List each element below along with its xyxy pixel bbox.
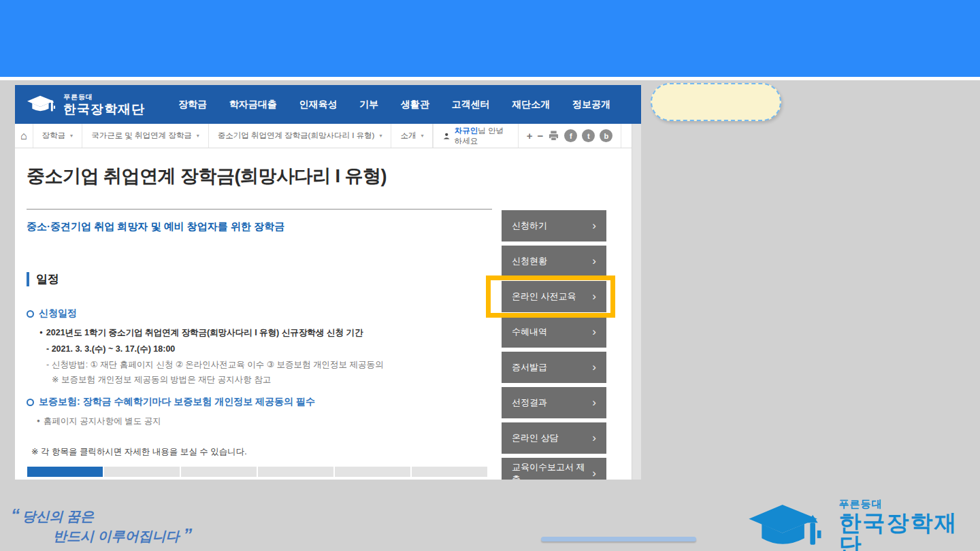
- chevron-right-icon: ›: [592, 254, 596, 268]
- nav-student-loan[interactable]: 학자금대출: [229, 99, 277, 111]
- insurance-heading: 보증보험: 장학금 수혜학기마다 보증보험 개인정보 제공동의 필수: [27, 396, 315, 408]
- blog-icon[interactable]: b: [600, 129, 612, 142]
- chevron-right-icon: ›: [592, 467, 596, 480]
- circle-bullet-icon: [27, 399, 34, 406]
- sidebar-item-label: 교육이수보고서 제출: [512, 461, 592, 480]
- tab[interactable]: [181, 467, 257, 477]
- title-divider: [27, 209, 492, 210]
- chevron-down-icon: ▾: [70, 133, 73, 139]
- nav-customer-center[interactable]: 고객센터: [452, 99, 490, 111]
- open-quote-icon: “: [11, 505, 18, 525]
- page-tools: + − f t b: [519, 124, 622, 148]
- chevron-right-icon: ›: [592, 396, 596, 410]
- breadcrumb-scholarship[interactable]: 장학금 ▾: [33, 124, 83, 148]
- close-quote-icon: ”: [183, 524, 191, 545]
- apply-line-period: ●2021년도 1학기 중소기업 취업연계 장학금(희망사다리 I 유형) 신규…: [39, 327, 363, 339]
- slogan-line1: 당신의 꿈은: [22, 509, 95, 524]
- sidebar-item-certificate[interactable]: 증서발급 ›: [502, 352, 606, 383]
- insurance-heading-label: 보증보험: 장학금 수혜학기마다 보증보험 개인정보 제공동의 필수: [39, 396, 315, 408]
- tab[interactable]: [412, 467, 487, 477]
- insurance-line-text: 홈페이지 공지사항에 별도 공지: [44, 416, 161, 426]
- bullet-icon: ●: [39, 329, 43, 335]
- logo-subtitle: 푸른등대: [838, 499, 980, 509]
- sidebar-item-benefit-history[interactable]: 수혜내역 ›: [502, 316, 606, 348]
- nav-disclosure[interactable]: 정보공개: [572, 99, 610, 111]
- sidebar-item-online-counsel[interactable]: 온라인 상담 ›: [502, 422, 606, 454]
- logo-title: 한국장학재단: [63, 103, 145, 116]
- facebook-icon[interactable]: f: [564, 129, 577, 142]
- global-nav: 장학금 학자금대출 인재육성 기부 생활관 고객센터 재단소개 정보공개: [178, 85, 610, 124]
- breadcrumb-label: 국가근로 및 취업연계 장학금: [91, 131, 192, 141]
- chevron-right-icon: ›: [592, 431, 596, 445]
- site-header: 푸른등대 한국장학재단 장학금 학자금대출 인재육성 기부 생활관 고객센터 재…: [15, 85, 641, 124]
- tab[interactable]: [335, 467, 410, 477]
- sidebar-item-label: 온라인 상담: [512, 432, 559, 444]
- breadcrumb-label: 소개: [400, 131, 416, 141]
- apply-schedule-label: 신청일정: [39, 307, 77, 320]
- chevron-right-icon: ›: [592, 219, 596, 233]
- graduation-cap-icon: [27, 93, 57, 116]
- user-name[interactable]: 차규인: [455, 127, 478, 135]
- page-title: 중소기업 취업연계 장학금(희망사다리 I 유형): [27, 164, 387, 188]
- scrollbar[interactable]: [632, 124, 641, 480]
- breadcrumb-label: 중소기업 취업연계 장학금(희망사다리 I 유형): [218, 131, 375, 141]
- apply-line-note: ※ 보증보험 개인정보 제공동의 방법은 재단 공지사항 참고: [52, 374, 271, 386]
- section-tabs: [27, 467, 487, 477]
- sidebar-item-label: 신청하기: [512, 220, 547, 232]
- sidebar-item-label: 수혜내역: [512, 326, 547, 338]
- tab[interactable]: [104, 467, 180, 477]
- slogan: “ 당신의 꿈은 반드시 이루어집니다 ”: [11, 506, 191, 546]
- apply-schedule-heading: 신청일정: [27, 307, 77, 320]
- nav-donation[interactable]: 기부: [359, 99, 378, 111]
- tab[interactable]: [258, 467, 333, 477]
- apply-line-period-text: 2021년도 1학기 중소기업 취업연계 장학금(희망사다리 I 유형) 신규장…: [46, 328, 363, 337]
- sidebar-item-apply-status[interactable]: 신청현황 ›: [502, 246, 606, 277]
- twitter-icon[interactable]: t: [582, 129, 595, 142]
- footer-kosaf-logo: 푸른등대 한국장학재단: [745, 499, 980, 551]
- nav-dormitory[interactable]: 생활관: [401, 99, 429, 111]
- apply-line-method: - 신청방법: ① 재단 홈페이지 신청 ② 온라인사전교육 이수 ③ 보증보험…: [46, 359, 383, 371]
- print-icon[interactable]: [548, 131, 559, 141]
- breadcrumb: ⌂ 장학금 ▾ 국가근로 및 취업연계 장학금 ▾ 중소기업 취업연계 장학금(…: [15, 124, 641, 148]
- zoom-in-icon[interactable]: +: [527, 130, 533, 141]
- chevron-down-icon: ▾: [421, 133, 423, 139]
- user-icon: [443, 131, 450, 141]
- top-blue-band: [0, 0, 980, 80]
- annotation-pill: [651, 83, 781, 121]
- logo-subtitle: 푸른등대: [63, 94, 145, 101]
- sidebar-item-label: 증서발급: [512, 361, 547, 373]
- nav-talent[interactable]: 인재육성: [299, 99, 337, 111]
- home-icon[interactable]: ⌂: [15, 124, 33, 148]
- decorative-underline-bar: [541, 537, 696, 541]
- tab-active[interactable]: [27, 467, 103, 477]
- sidebar-item-education-report[interactable]: 교육이수보고서 제출 ›: [502, 458, 606, 480]
- zoom-out-icon[interactable]: −: [538, 130, 544, 141]
- highlight-annotation-box: [486, 276, 615, 318]
- insurance-line: ●홈페이지 공지사항에 별도 공지: [37, 416, 161, 427]
- sidebar-item-selection-result[interactable]: 선정결과 ›: [502, 387, 606, 418]
- sidebar-item-label: 신청현황: [512, 255, 547, 267]
- slogan-line2: 반드시 이루어집니다: [53, 529, 180, 544]
- kosaf-logo[interactable]: 푸른등대 한국장학재단: [27, 93, 145, 116]
- chevron-right-icon: ›: [592, 325, 596, 339]
- sidebar-item-apply[interactable]: 신청하기 ›: [502, 210, 606, 241]
- nav-about[interactable]: 재단소개: [512, 99, 550, 111]
- nav-scholarship[interactable]: 장학금: [178, 99, 207, 111]
- chevron-down-icon: ▾: [197, 133, 199, 139]
- breadcrumb-program[interactable]: 중소기업 취업연계 장학금(희망사다리 I 유형) ▾: [209, 124, 392, 148]
- chevron-down-icon: ▾: [379, 133, 382, 139]
- breadcrumb-category[interactable]: 국가근로 및 취업연계 장학금 ▾: [82, 124, 209, 148]
- apply-line-dates: - 2021. 3. 3.(수) ~ 3. 17.(수) 18:00: [46, 344, 175, 355]
- click-note: ※ 각 항목을 클릭하시면 자세한 내용을 보실 수 있습니다.: [31, 446, 247, 458]
- chevron-right-icon: ›: [592, 361, 596, 374]
- breadcrumb-label: 장학금: [42, 131, 66, 141]
- user-greeting: 차규인님 안녕하세요: [434, 124, 518, 148]
- circle-bullet-icon: [27, 310, 34, 318]
- graduation-cap-icon: [745, 503, 830, 551]
- quick-menu: 신청하기 › 신청현황 › 온라인 사전교육 › 수혜내역 › 증서발급 › 선…: [502, 210, 606, 480]
- schedule-heading: 일정: [27, 272, 59, 286]
- sidebar-item-label: 선정결과: [512, 397, 547, 409]
- logo-title: 한국장학재단: [838, 512, 980, 551]
- breadcrumb-intro[interactable]: 소개 ▾: [391, 124, 433, 148]
- page-subtitle: 중소·중견기업 취업 희망자 및 예비 창업자를 위한 장학금: [27, 220, 284, 233]
